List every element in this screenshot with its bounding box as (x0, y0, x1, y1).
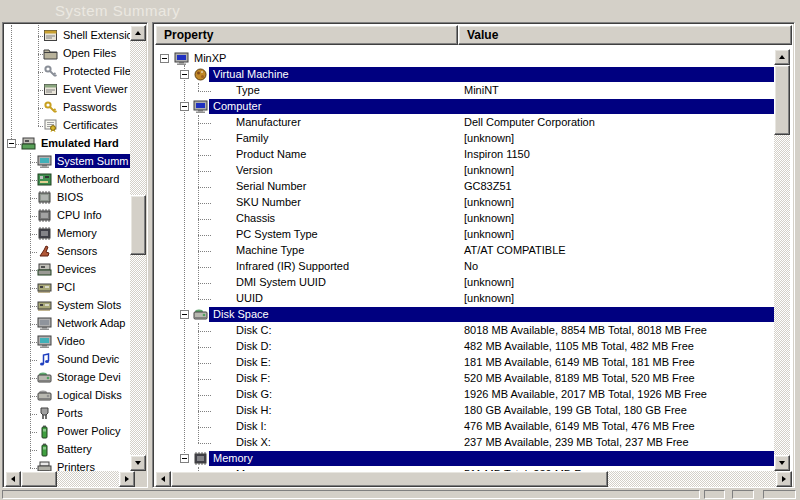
properties-horizontal-scrollbar[interactable] (155, 471, 792, 487)
collapse-icon[interactable] (180, 70, 189, 79)
scroll-right-icon[interactable] (119, 471, 135, 487)
property-label: Disk X: (236, 435, 271, 450)
property-row-pc-system-type[interactable]: PC System Type[unknown] (155, 227, 774, 243)
sidebar-item-pci[interactable]: PCI (5, 279, 130, 297)
sidebar-item-system-slots[interactable]: System Slots (5, 297, 130, 315)
property-row-version[interactable]: Version[unknown] (155, 163, 774, 179)
property-row-disk-f[interactable]: Disk F:520 MB Available, 8189 MB Total, … (155, 371, 774, 387)
sidebar-hscroll-thumb[interactable] (21, 471, 57, 487)
sidebar-item-sensors[interactable]: Sensors (5, 243, 130, 261)
sidebar-item-power-policy[interactable]: Power Policy (5, 423, 130, 441)
sidebar-item-network-adap[interactable]: Network Adap (5, 315, 130, 333)
sidebar-item-emulated-hard[interactable]: Emulated Hard (5, 135, 130, 153)
sidebar-vscroll-thumb[interactable] (130, 195, 146, 255)
property-row-minxp[interactable]: MinXP (155, 51, 774, 67)
sidebar-item-sound-devic[interactable]: Sound Devic (5, 351, 130, 369)
property-row-family[interactable]: Family[unknown] (155, 131, 774, 147)
property-row-memory[interactable]: Memory (155, 451, 774, 467)
open-files-icon (43, 46, 58, 61)
collapse-icon[interactable] (180, 310, 189, 319)
sidebar-item-label: System Slots (55, 298, 123, 312)
section-bar[interactable]: Virtual Machine (209, 67, 774, 82)
scroll-down-icon[interactable] (130, 455, 146, 471)
sidebar-item-logical-disks[interactable]: Logical Disks (5, 387, 130, 405)
sidebar-item-shell-extensio[interactable]: Shell Extensio (5, 27, 130, 45)
arrow-up-icon (779, 55, 785, 59)
properties-hscroll-thumb[interactable] (171, 471, 608, 487)
sidebar-item-devices[interactable]: Devices (5, 261, 130, 279)
sidebar-item-passwords[interactable]: Passwords (5, 99, 130, 117)
scroll-left-icon[interactable] (5, 471, 21, 487)
property-value: [unknown] (464, 291, 514, 306)
property-column-header[interactable]: Property (155, 25, 458, 45)
property-row-virtual-machine[interactable]: Virtual Machine (155, 67, 774, 83)
sidebar-item-memory[interactable]: Memory (5, 225, 130, 243)
property-row-manufacturer[interactable]: ManufacturerDell Computer Corporation (155, 115, 774, 131)
arrow-down-icon (135, 461, 141, 465)
sidebar-item-label: Passwords (61, 100, 119, 114)
sidebar-item-bios[interactable]: BIOS (5, 189, 130, 207)
property-row-disk-space[interactable]: Disk Space (155, 307, 774, 323)
scroll-left-icon[interactable] (155, 471, 171, 487)
section-bar[interactable]: Disk Space (209, 307, 774, 322)
sidebar-vertical-scrollbar[interactable] (130, 25, 146, 471)
property-row-chassis[interactable]: Chassis[unknown] (155, 211, 774, 227)
property-label: UUID (236, 291, 263, 306)
property-row-type[interactable]: TypeMiniNT (155, 83, 774, 99)
property-row-computer[interactable]: Computer (155, 99, 774, 115)
property-row-sku-number[interactable]: SKU Number[unknown] (155, 195, 774, 211)
sidebar-item-label: Emulated Hard (39, 136, 121, 150)
property-row-serial-number[interactable]: Serial NumberGC83Z51 (155, 179, 774, 195)
sidebar-item-certificates[interactable]: Certificates (5, 117, 130, 135)
section-label: Memory (209, 451, 253, 466)
motherboard-icon (37, 172, 52, 187)
property-row-disk-h[interactable]: Disk H:180 GB Available, 199 GB Total, 1… (155, 403, 774, 419)
sidebar-item-storage-devi[interactable]: Storage Devi (5, 369, 130, 387)
property-label: Disk H: (236, 403, 271, 418)
property-row-disk-i[interactable]: Disk I:476 MB Available, 6149 MB Total, … (155, 419, 774, 435)
scroll-up-icon[interactable] (130, 25, 146, 41)
scroll-up-icon[interactable] (774, 49, 790, 65)
property-row-infrared-ir-supported[interactable]: Infrared (IR) SupportedNo (155, 259, 774, 275)
collapse-icon[interactable] (7, 139, 16, 148)
window-title: System Summary (55, 2, 180, 19)
property-row-disk-d[interactable]: Disk D:482 MB Available, 1105 MB Total, … (155, 339, 774, 355)
property-value: [unknown] (464, 163, 514, 178)
sidebar-item-printers[interactable]: Printers (5, 459, 130, 471)
property-row-disk-e[interactable]: Disk E:181 MB Available, 6149 MB Total, … (155, 355, 774, 371)
property-row-machine-type[interactable]: Machine TypeAT/AT COMPATIBLE (155, 243, 774, 259)
cpu-info-icon (37, 208, 52, 223)
value-column-header[interactable]: Value (458, 25, 792, 45)
collapse-icon[interactable] (160, 54, 169, 63)
scroll-right-icon[interactable] (776, 471, 792, 487)
property-row-uuid[interactable]: UUID[unknown] (155, 291, 774, 307)
sidebar-item-ports[interactable]: Ports (5, 405, 130, 423)
collapse-icon[interactable] (180, 102, 189, 111)
sidebar-horizontal-scrollbar[interactable] (5, 471, 135, 487)
property-row-disk-g[interactable]: Disk G:1926 MB Available, 2017 MB Total,… (155, 387, 774, 403)
section-bar[interactable]: Computer (209, 99, 774, 114)
sidebar-item-open-files[interactable]: Open Files (5, 45, 130, 63)
sidebar-item-motherboard[interactable]: Motherboard (5, 171, 130, 189)
section-label: Computer (209, 99, 261, 114)
certificates-icon (43, 118, 58, 133)
sidebar-item-cpu-info[interactable]: CPU Info (5, 207, 130, 225)
sidebar-item-label: Certificates (61, 118, 120, 132)
sidebar-item-battery[interactable]: Battery (5, 441, 130, 459)
section-bar[interactable]: Memory (209, 451, 774, 466)
sidebar-item-label: Ports (55, 406, 85, 420)
collapse-icon[interactable] (180, 454, 189, 463)
sidebar-item-event-viewer[interactable]: Event Viewer (5, 81, 130, 99)
property-row-dmi-system-uuid[interactable]: DMI System UUID[unknown] (155, 275, 774, 291)
properties-vscroll-thumb[interactable] (774, 65, 790, 135)
sidebar-item-video[interactable]: Video (5, 333, 130, 351)
sidebar-item-system-summ[interactable]: System Summ (5, 153, 130, 171)
sidebar-item-protected-file[interactable]: Protected File (5, 63, 130, 81)
logical-disks-icon (37, 388, 52, 403)
property-label: DMI System UUID (236, 275, 326, 290)
property-row-disk-x[interactable]: Disk X:237 MB Available, 239 MB Total, 2… (155, 435, 774, 451)
property-row-product-name[interactable]: Product NameInspiron 1150 (155, 147, 774, 163)
property-row-disk-c[interactable]: Disk C:8018 MB Available, 8854 MB Total,… (155, 323, 774, 339)
properties-vertical-scrollbar[interactable] (774, 49, 790, 471)
scroll-down-icon[interactable] (774, 455, 790, 471)
